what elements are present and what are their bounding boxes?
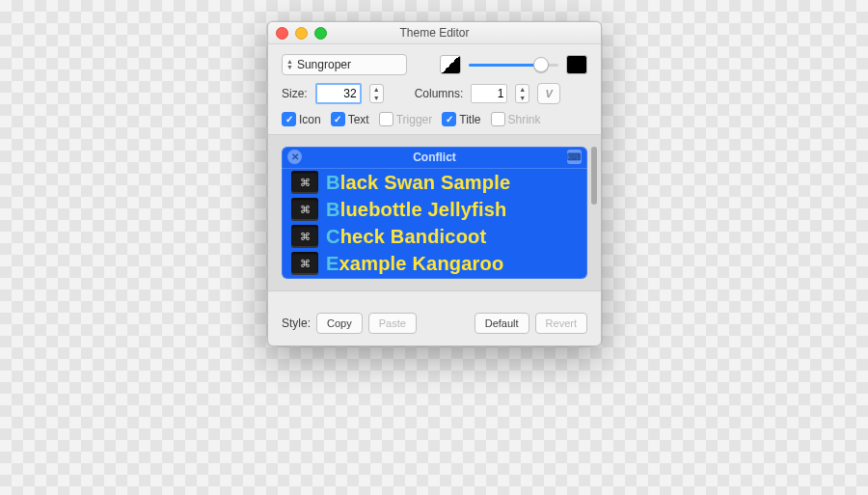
- list-item[interactable]: ⌘Black Swan Sample: [282, 169, 587, 196]
- style-label: Style:: [282, 316, 311, 330]
- command-key-icon: ⌘: [291, 252, 318, 275]
- background-color-swatch[interactable]: [566, 55, 587, 74]
- list-item-label: Check Bandicoot: [326, 226, 486, 248]
- list-item-label: Bluebottle Jellyfish: [326, 199, 506, 221]
- preview-title: Conflict: [413, 151, 456, 164]
- theme-select-value: Sungroper: [297, 58, 351, 71]
- copy-button[interactable]: Copy: [316, 313, 363, 334]
- theme-select[interactable]: ▲▼ Sungroper: [282, 54, 407, 75]
- layout-button[interactable]: V: [537, 83, 560, 104]
- foreground-color-swatch[interactable]: [440, 55, 461, 74]
- size-input[interactable]: [315, 83, 362, 104]
- theme-editor-window: Theme Editor ▲▼ Sungroper Size: ▲▼ Colum…: [267, 21, 602, 346]
- columns-label: Columns:: [415, 87, 464, 100]
- scrollbar-thumb[interactable]: [591, 147, 597, 205]
- slider-thumb[interactable]: [533, 57, 549, 72]
- shrink-checkbox[interactable]: Shrink: [491, 112, 541, 126]
- command-key-icon: ⌘: [291, 198, 318, 221]
- paste-button[interactable]: Paste: [368, 313, 417, 334]
- revert-button[interactable]: Revert: [535, 313, 587, 334]
- list-item[interactable]: ⌘Example Kangaroo: [282, 250, 587, 277]
- contrast-slider[interactable]: [469, 56, 558, 73]
- close-window-button[interactable]: [276, 27, 288, 40]
- traffic-lights: [276, 27, 327, 40]
- trigger-checkbox[interactable]: Trigger: [379, 112, 433, 126]
- icon-checkbox[interactable]: Icon: [282, 112, 321, 126]
- window-title: Theme Editor: [399, 26, 469, 40]
- size-label: Size:: [282, 87, 308, 100]
- layout-icon: V: [546, 88, 553, 99]
- command-key-icon: ⌘: [291, 225, 318, 248]
- stepper-icon: ▲▼: [286, 59, 293, 70]
- keyboard-icon[interactable]: ⌨: [567, 150, 582, 164]
- default-button[interactable]: Default: [475, 313, 529, 334]
- list-item[interactable]: ⌘Check Bandicoot: [282, 223, 587, 250]
- preview-panel: ✕ Conflict ⌨ ⌘Black Swan Sample⌘Bluebott…: [282, 147, 587, 279]
- list-item[interactable]: ⌘Bluebottle Jellyfish: [282, 196, 587, 223]
- close-icon[interactable]: ✕: [287, 150, 302, 164]
- text-checkbox[interactable]: Text: [331, 112, 369, 126]
- preview-area: ✕ Conflict ⌨ ⌘Black Swan Sample⌘Bluebott…: [268, 134, 601, 291]
- command-key-icon: ⌘: [291, 171, 318, 194]
- columns-stepper[interactable]: ▲▼: [515, 84, 529, 103]
- zoom-window-button[interactable]: [314, 27, 327, 40]
- title-checkbox[interactable]: Title: [442, 112, 480, 126]
- titlebar[interactable]: Theme Editor: [268, 22, 601, 44]
- list-item-label: Black Swan Sample: [326, 172, 510, 194]
- list-item-label: Example Kangaroo: [326, 253, 503, 275]
- minimize-window-button[interactable]: [295, 27, 308, 40]
- size-stepper[interactable]: ▲▼: [369, 84, 384, 103]
- columns-input[interactable]: [471, 84, 507, 103]
